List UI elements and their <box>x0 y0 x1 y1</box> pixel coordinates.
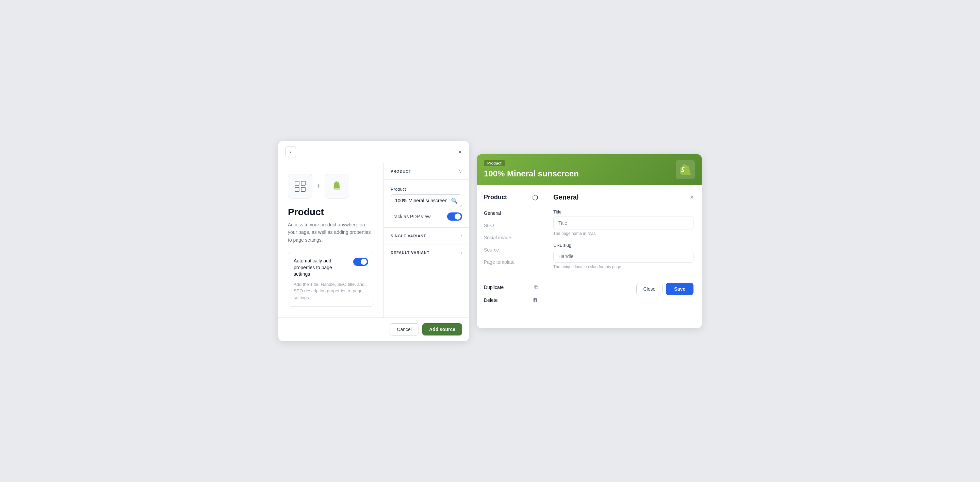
right-modal-body: Product ⬡ General SEO Social image Sourc… <box>477 185 702 328</box>
track-pdp-row: Track as PDP view <box>391 212 462 220</box>
shopify-icon-box <box>325 174 349 198</box>
product-section-header[interactable]: PRODUCT ∨ <box>384 163 469 180</box>
product-nav: Product ⬡ General SEO Social image Sourc… <box>477 185 545 328</box>
nav-header: Product ⬡ <box>477 192 545 207</box>
nav-item-seo[interactable]: SEO <box>477 219 545 231</box>
title-field-hint: The page name in Nyla <box>553 231 694 236</box>
product-banner: Product 100% Mineral sunscreen <box>477 154 702 185</box>
track-pdp-label: Track as PDP view <box>391 214 430 219</box>
duplicate-icon: ⧉ <box>534 284 538 290</box>
track-pdp-toggle[interactable] <box>447 212 462 220</box>
auto-add-label: Automatically add properties to page set… <box>294 258 349 278</box>
default-variant-label: DEFAULT VARIANT <box>391 251 430 255</box>
product-chevron-icon: ∨ <box>459 169 462 174</box>
nav-title: Product <box>484 194 507 201</box>
single-variant-section[interactable]: SINGLE VARIANT ‹ <box>384 228 469 244</box>
search-icon-button[interactable]: 🔍 <box>451 198 458 204</box>
empty-area <box>384 261 469 317</box>
product-fields: Product 100% Mineral sunscreen 🔍 Track a… <box>384 180 469 228</box>
url-slug-input[interactable] <box>553 250 694 263</box>
banner-title: 100% Mineral sunscreen <box>484 169 695 178</box>
panel-save-btn[interactable]: Save <box>666 283 694 295</box>
product-badge: Product <box>484 160 505 166</box>
general-panel: General × Title The page name in Nyla UR… <box>545 185 702 328</box>
product-section-label: PRODUCT <box>391 169 411 173</box>
panel-header: General × <box>553 193 694 201</box>
url-slug-field-group: URL slug The unique location slug for th… <box>553 243 694 269</box>
panel-close-btn[interactable]: Close <box>636 283 663 295</box>
modal-left-pane: + Product Access to your product anywher… <box>278 163 384 317</box>
modal-right-pane: PRODUCT ∨ Product 100% Mineral sunscreen… <box>384 163 469 317</box>
title-field-label: Title <box>553 209 694 214</box>
auto-add-header: Automatically add properties to page set… <box>294 258 368 278</box>
delete-action[interactable]: Delete 🗑 <box>484 294 538 307</box>
icon-row: + <box>288 174 374 198</box>
delete-icon: 🗑 <box>533 297 538 303</box>
plus-icon: + <box>317 182 321 190</box>
default-variant-section[interactable]: DEFAULT VARIANT ‹ <box>384 244 469 261</box>
close-button[interactable]: × <box>458 149 462 155</box>
grid-icon-box <box>288 174 312 198</box>
nav-item-social-image[interactable]: Social image <box>477 231 545 244</box>
nav-item-general[interactable]: General <box>477 207 545 219</box>
single-variant-chevron: ‹ <box>460 233 462 239</box>
modal-header: ‹ × <box>278 141 469 163</box>
product-search-wrap[interactable]: 100% Mineral sunscreen 🔍 <box>391 194 462 207</box>
grid-icon <box>295 181 305 192</box>
cube-icon: ⬡ <box>532 193 538 201</box>
url-slug-label: URL slug <box>553 243 694 248</box>
modal-footer: Cancel Add source <box>278 317 469 341</box>
panel-title: General <box>553 193 579 201</box>
product-field-label: Product <box>391 187 462 192</box>
banner-shopify-icon <box>676 160 695 179</box>
product-description: Access to your product anywhere on your … <box>288 221 374 244</box>
panel-footer: Close Save <box>553 277 694 295</box>
default-variant-chevron: ‹ <box>460 250 462 255</box>
shopify-bag-icon <box>331 180 343 192</box>
auto-add-description: Add the Title, Handle, SEO title, and SE… <box>294 281 368 301</box>
duplicate-action[interactable]: Duplicate ⧉ <box>484 281 538 294</box>
single-variant-label: SINGLE VARIANT <box>391 234 426 238</box>
cancel-button[interactable]: Cancel <box>390 323 419 336</box>
product-title: Product <box>288 207 374 217</box>
product-search-value: 100% Mineral sunscreen <box>395 198 451 203</box>
url-slug-hint: The unique location slug for this page <box>553 265 694 269</box>
auto-add-card: Automatically add properties to page set… <box>288 252 374 307</box>
nav-item-source[interactable]: Source <box>477 244 545 256</box>
add-source-button[interactable]: Add source <box>422 323 462 336</box>
back-button[interactable]: ‹ <box>285 146 296 157</box>
nav-item-page-template[interactable]: Page template <box>477 256 545 268</box>
svg-rect-0 <box>334 189 340 189</box>
right-modal: Product 100% Mineral sunscreen Product ⬡… <box>477 154 702 328</box>
modal-body: + Product Access to your product anywher… <box>278 163 469 317</box>
left-modal: ‹ × + <box>278 141 469 341</box>
auto-add-toggle[interactable] <box>353 258 368 266</box>
title-field-group: Title The page name in Nyla <box>553 209 694 236</box>
panel-close-button[interactable]: × <box>690 194 694 201</box>
title-input[interactable] <box>553 217 694 230</box>
